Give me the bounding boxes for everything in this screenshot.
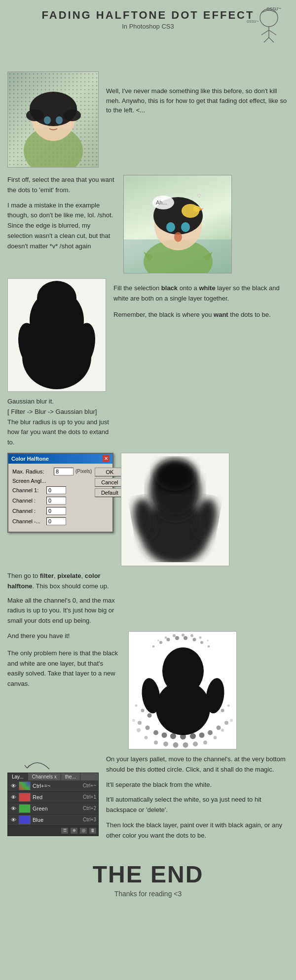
dialog-default-button[interactable]: Default [95, 488, 124, 497]
halftone-dots-svg [129, 632, 237, 749]
channel4-label: Channel -... [12, 518, 44, 524]
channel4-row: Channel -... [12, 517, 92, 525]
step4-text: Then go to filter, pixelate, color halft… [7, 571, 123, 626]
svg-point-14 [44, 116, 51, 124]
visibility-icon[interactable]: 👁 [10, 783, 17, 789]
svg-point-35 [154, 459, 196, 491]
layer-composite[interactable]: 👁 Ctrl+=~ Ctrl+~ [8, 780, 98, 792]
svg-point-82 [199, 636, 202, 639]
layers-btn-2[interactable]: ⊕ [70, 827, 78, 834]
silhouette-section: Fill the selection black onto a white la… [0, 276, 296, 394]
layer-green[interactable]: 👁 Green Ctrl+2 [8, 803, 98, 814]
svg-point-59 [132, 719, 135, 722]
svg-point-72 [135, 704, 138, 707]
svg-text:♡: ♡ [197, 193, 201, 199]
screen-angle-label: Screen Angl... [12, 478, 52, 484]
svg-point-71 [230, 719, 233, 722]
step1-text: First off, select the area that you want… [7, 175, 116, 273]
max-radius-input[interactable] [54, 468, 74, 475]
blue-label: Blue [33, 817, 81, 823]
channel3-row: Channel : [12, 507, 92, 515]
layers-btn-4[interactable]: 🗑 [89, 827, 97, 834]
svg-point-60 [138, 721, 142, 725]
svg-point-58 [221, 729, 224, 732]
channel1-label: Channel 1: [12, 487, 44, 493]
svg-point-21 [181, 222, 190, 232]
blue-visibility-icon[interactable]: 👁 [10, 817, 17, 823]
svg-point-49 [137, 728, 141, 732]
layers-panel[interactable]: Lay... Channels x the... 👁 Ctrl+=~ Ctrl+… [7, 773, 99, 836]
channel3-label: Channel : [12, 508, 44, 514]
intro-image-container: DOT THING [7, 71, 99, 168]
channel2-input[interactable] [46, 497, 66, 505]
blurred-image-container [121, 453, 289, 566]
section-end: THE END Thanks for reading <3 [0, 846, 296, 910]
svg-point-51 [154, 741, 158, 744]
svg-line-4 [264, 37, 269, 42]
dialog-main-row: Max. Radius: (Pixels) Screen Angl... Cha… [12, 468, 109, 528]
red-label: Red [33, 794, 81, 800]
dialog-ok-button[interactable]: OK [95, 468, 124, 476]
svg-point-66 [190, 733, 196, 739]
svg-point-87 [175, 636, 179, 640]
channel3-input[interactable] [46, 507, 66, 515]
halftone-result-section: And there you have it! The only problem … [0, 629, 296, 752]
layer-red[interactable]: 👁 Red Ctrl+1 [8, 792, 98, 803]
step5-text-section: And there you have it! The only problem … [7, 631, 121, 749]
green-thumb [19, 804, 31, 813]
red-shortcut: Ctrl+1 [83, 794, 96, 800]
layers-btn-3[interactable]: ◎ [79, 827, 87, 834]
dialog-and-text: Color Halftone ✕ Max. Radius: (Pixels) [7, 453, 113, 566]
svg-text:ossu~: ossu~ [247, 19, 259, 24]
svg-point-65 [180, 734, 186, 740]
svg-point-76 [227, 704, 230, 707]
tab-layers[interactable]: Lay... [8, 773, 28, 780]
tab-channels[interactable]: Channels x [28, 773, 61, 780]
svg-line-5 [269, 37, 274, 42]
svg-point-67 [199, 732, 205, 738]
page-header: FADING HALFTONE DOT EFFECT In Photoshop … [0, 0, 296, 62]
max-radius-label: Max. Radius: [12, 469, 52, 474]
red-thumb [19, 793, 31, 802]
svg-point-53 [173, 742, 179, 747]
red-visibility-icon[interactable]: 👁 [10, 794, 17, 800]
intro-image: DOT THING [7, 71, 99, 168]
intro-text: Well, I've never made something like thi… [106, 71, 289, 115]
dialog-fields: Max. Radius: (Pixels) Screen Angl... Cha… [12, 468, 92, 528]
section-intro: DOT THING Well, I've never made somethin… [0, 67, 296, 172]
svg-point-86 [167, 638, 170, 641]
svg-point-70 [224, 721, 228, 725]
channel4-input[interactable] [46, 517, 66, 525]
svg-point-78 [165, 636, 167, 639]
tab-paths[interactable]: the... [61, 773, 80, 780]
svg-point-83 [207, 640, 209, 642]
layer-blue[interactable]: 👁 Blue Ctrl+3 [8, 814, 98, 826]
channel1-input[interactable] [46, 486, 66, 494]
svg-point-46 [162, 647, 204, 695]
step4-text-section: Then go to filter, pixelate, color halft… [0, 571, 296, 629]
dialog-section: Color Halftone ✕ Max. Radius: (Pixels) [0, 450, 296, 571]
svg-point-73 [141, 709, 145, 712]
svg-point-77 [157, 640, 159, 642]
svg-point-57 [214, 736, 217, 739]
layers-btn-1[interactable]: ☰ [61, 827, 69, 834]
blurred-silhouette-svg [126, 456, 224, 562]
dialog-close-button[interactable]: ✕ [103, 455, 110, 462]
svg-point-29 [37, 281, 76, 315]
svg-point-22 [174, 232, 182, 242]
silhouette-image [7, 278, 106, 392]
gaussian-section: Gaussian blur it. [ Filter -> Blur -> Ga… [0, 394, 296, 450]
svg-point-81 [190, 634, 193, 637]
screen-angle-row: Screen Angl... [12, 478, 92, 484]
step1-section: First off, select the area that you want… [0, 172, 296, 276]
svg-point-63 [162, 732, 167, 738]
color-halftone-dialog[interactable]: Color Halftone ✕ Max. Radius: (Pixels) [7, 453, 113, 533]
blue-shortcut: Ctrl+3 [83, 817, 96, 822]
svg-line-3 [269, 30, 276, 35]
svg-point-13 [63, 109, 81, 121]
dialog-cancel-button[interactable]: Cancel [95, 478, 124, 487]
svg-point-54 [183, 742, 188, 747]
end-title: THE END [7, 861, 289, 888]
halftone-image-block [128, 631, 237, 749]
green-visibility-icon[interactable]: 👁 [10, 806, 17, 811]
